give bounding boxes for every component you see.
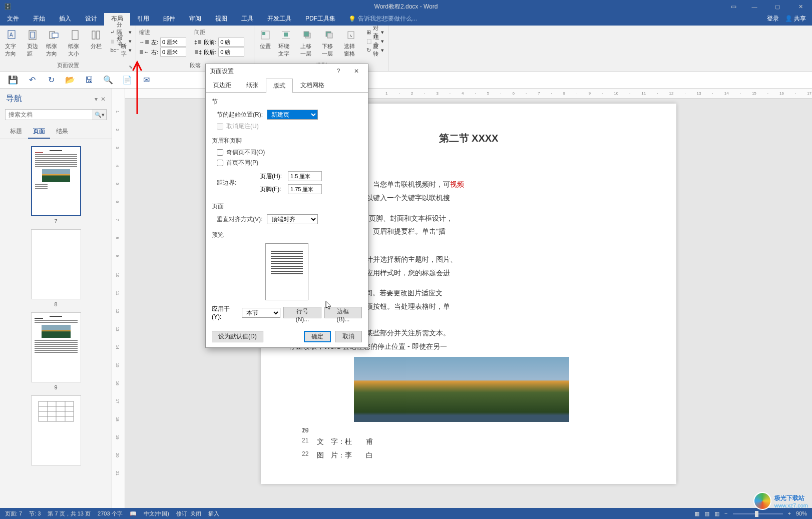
tab-home[interactable]: 开始 — [26, 12, 52, 26]
nav-tab-results[interactable]: 结果 — [51, 125, 73, 139]
thumb-number: 7 — [54, 218, 57, 224]
section-start-select[interactable]: 新建页 — [267, 110, 318, 120]
nav-dropdown-icon[interactable]: ▾ — [95, 96, 98, 103]
size-button[interactable]: 纸张大小 — [66, 28, 85, 61]
page-thumbnail[interactable] — [31, 146, 81, 216]
layout-preview — [265, 243, 308, 300]
odd-even-checkbox[interactable] — [217, 149, 223, 156]
zoom-slider[interactable] — [733, 513, 783, 514]
space-after-input[interactable] — [218, 48, 244, 57]
page-thumbnail[interactable] — [31, 229, 81, 299]
status-page-of[interactable]: 第 7 页，共 13 页 — [48, 510, 91, 517]
orientation-button[interactable]: 纸张方向 — [44, 28, 63, 61]
login-link[interactable]: 登录 — [767, 15, 779, 23]
set-default-button[interactable]: 设为默认值(D) — [212, 331, 263, 342]
email-icon[interactable]: ✉ — [140, 74, 152, 86]
svg-rect-6 — [72, 31, 78, 40]
borders-dialog-button[interactable]: 边框(B)... — [324, 307, 362, 318]
status-section[interactable]: 节: 3 — [29, 510, 41, 517]
page-thumbnail[interactable] — [31, 395, 81, 465]
tell-me-prompt[interactable]: 告诉我您想要做什么... — [358, 15, 417, 23]
view-web-icon[interactable]: ▥ — [714, 510, 719, 517]
svg-rect-18 — [348, 32, 354, 39]
columns-button[interactable]: 分栏 — [88, 28, 104, 61]
page-setup-dialog-launcher[interactable]: ⬊ — [129, 64, 135, 70]
nav-tab-pages[interactable]: 页面 — [28, 125, 50, 139]
tab-design[interactable]: 设计 — [78, 12, 104, 26]
tab-insert[interactable]: 插入 — [52, 12, 78, 26]
redo-icon[interactable]: ↻ — [45, 74, 57, 86]
embedded-image — [354, 357, 569, 422]
send-backward-button[interactable]: 下移一层 — [320, 28, 339, 61]
page-thumbnail[interactable] — [31, 312, 81, 382]
line-numbers-dialog-button[interactable]: 行号(N)... — [283, 307, 321, 318]
tab-mailings[interactable]: 邮件 — [156, 12, 182, 26]
nav-search-button[interactable]: 🔍▾ — [93, 109, 107, 120]
dlg-tab-margins[interactable]: 页边距 — [206, 78, 239, 93]
share-button[interactable]: 👤 共享 — [785, 15, 806, 23]
vertical-align-select[interactable]: 顶端对齐 — [267, 214, 318, 224]
indent-left-icon: →≣ — [139, 39, 149, 46]
view-print-icon[interactable]: ▤ — [704, 510, 709, 517]
status-words[interactable]: 2703 个字 — [98, 510, 123, 517]
cancel-button[interactable]: 取消 — [335, 331, 362, 342]
close-button[interactable]: ✕ — [789, 0, 812, 13]
status-mode[interactable]: 插入 — [208, 510, 219, 517]
dialog-help-button[interactable]: ? — [331, 66, 346, 77]
tab-review[interactable]: 审阅 — [182, 12, 208, 26]
hyphenation-button[interactable]: bc⁻断字 ▾ — [109, 46, 133, 55]
rotate-button[interactable]: ↻旋转 ▾ — [365, 46, 385, 55]
new-icon[interactable]: 📄 — [121, 74, 133, 86]
position-button[interactable]: 位置 — [257, 28, 273, 61]
dlg-tab-layout[interactable]: 版式 — [266, 79, 293, 93]
print-preview-icon[interactable]: 🔍 — [102, 74, 114, 86]
save-as-icon[interactable]: 🖫 — [83, 74, 95, 86]
margins-button[interactable]: 页边距 — [25, 28, 41, 61]
minimize-button[interactable]: — — [743, 0, 766, 13]
ribbon-options-icon[interactable]: ▭ — [724, 0, 743, 13]
first-page-checkbox[interactable] — [217, 160, 223, 166]
save-icon[interactable]: 💾 — [7, 74, 19, 86]
svg-rect-10 — [262, 32, 265, 35]
nav-tab-headings[interactable]: 标题 — [5, 125, 27, 139]
undo-icon[interactable]: ↶ — [26, 74, 38, 86]
dlg-tab-grid[interactable]: 文档网格 — [293, 78, 332, 93]
tab-view[interactable]: 视图 — [208, 12, 234, 26]
tab-file[interactable]: 文件 — [0, 12, 26, 26]
zoom-out-icon[interactable]: − — [724, 510, 727, 516]
vertical-ruler[interactable]: 123456789101112131415161718192021 — [112, 89, 125, 508]
open-icon[interactable]: 📂 — [64, 74, 76, 86]
tab-references[interactable]: 引用 — [130, 12, 156, 26]
status-track[interactable]: 修订: 关闭 — [176, 510, 201, 517]
status-language[interactable]: 中文(中国) — [144, 510, 169, 517]
svg-text:A: A — [10, 32, 13, 38]
footer-distance-input[interactable] — [288, 184, 322, 194]
ok-button[interactable]: 确定 — [304, 331, 331, 342]
status-page[interactable]: 页面: 7 — [5, 510, 22, 517]
window-title: Word教程2.docx - Word — [374, 3, 438, 11]
wrap-text-button[interactable]: 环绕文字 — [276, 28, 295, 61]
nav-search-input[interactable] — [5, 109, 93, 120]
dlg-tab-paper[interactable]: 纸张 — [239, 78, 266, 93]
tab-tools[interactable]: 工具 — [234, 12, 260, 26]
space-before-input[interactable] — [218, 38, 244, 47]
nav-close-icon[interactable]: ✕ — [101, 96, 106, 103]
header-distance-input[interactable] — [288, 171, 322, 181]
apply-to-select[interactable]: 本节 — [242, 308, 280, 318]
hyperlink-video[interactable]: 视频 — [450, 180, 464, 188]
bring-forward-button[interactable]: 上移一层 — [298, 28, 317, 61]
indent-left-input[interactable] — [160, 38, 186, 47]
view-read-icon[interactable]: ▦ — [694, 510, 699, 517]
thumb-number: 9 — [54, 384, 57, 390]
text-direction-button[interactable]: A 文字方向 — [3, 28, 22, 61]
tab-developer[interactable]: 开发工具 — [260, 12, 298, 26]
maximize-button[interactable]: ▢ — [766, 0, 789, 13]
status-dict-icon[interactable]: 📖 — [130, 510, 137, 517]
zoom-in-icon[interactable]: + — [788, 510, 791, 516]
zoom-level[interactable]: 90% — [796, 510, 807, 516]
dialog-close-button[interactable]: ✕ — [349, 66, 364, 77]
selection-pane-button[interactable]: 选择窗格 — [342, 28, 361, 61]
indent-right-input[interactable] — [160, 48, 186, 57]
thumb-number: 8 — [54, 301, 57, 307]
tab-pdf[interactable]: PDF工具集 — [298, 12, 342, 26]
